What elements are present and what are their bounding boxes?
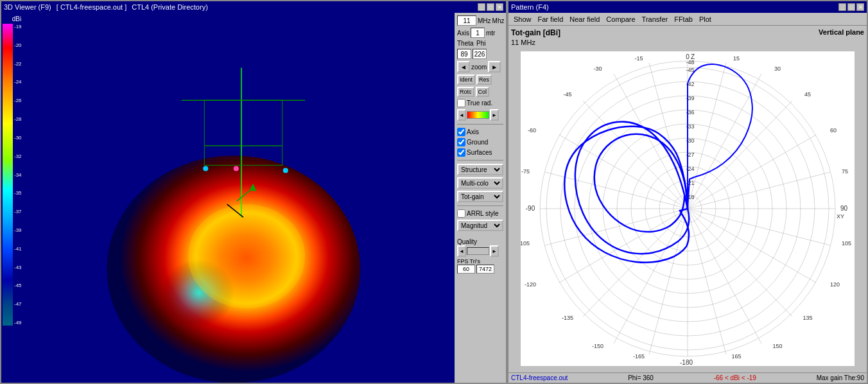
svg-text:Z: Z	[691, 53, 695, 60]
view-3d[interactable]	[32, 13, 455, 383]
svg-text:150: 150	[772, 343, 782, 349]
svg-text:105: 105	[842, 240, 851, 247]
pattern-menubar: Show Far field Near field Compare Transf…	[508, 13, 867, 26]
pattern-minimize-button[interactable]: _	[838, 3, 846, 11]
theta-phi-labels: Theta Phi	[457, 40, 503, 47]
divider-3	[457, 205, 503, 206]
svg-text:-105: -105	[521, 240, 530, 247]
svg-text:165: 165	[731, 353, 741, 360]
svg-point-13	[283, 168, 288, 173]
ground-check-row: Ground	[457, 138, 503, 146]
quality-left-button[interactable]: ◄	[457, 245, 466, 257]
menu-plot[interactable]: Plot	[697, 14, 714, 24]
menu-transfer[interactable]: Transfer	[639, 14, 671, 24]
freq-input[interactable]	[457, 15, 476, 26]
maximize-button[interactable]: □	[487, 3, 494, 11]
true-rad-checkbox[interactable]	[457, 99, 465, 107]
zoom-left-button[interactable]: ◄	[457, 61, 470, 73]
arrl-checkbox[interactable]	[457, 209, 465, 218]
fps-label: FPS	[457, 258, 469, 265]
svg-point-12	[234, 166, 239, 171]
footer-phi: Phi= 360	[628, 374, 654, 381]
color-right-button[interactable]: ►	[490, 109, 499, 121]
ground-checkbox[interactable]	[457, 138, 465, 146]
menu-fftab[interactable]: FFtab	[672, 14, 695, 24]
color-scale: dBi -19 -20 -22 -24 -26 -28 -30 -32 -34 …	[1, 13, 32, 383]
gain-label: Tot-gain [dBi]	[511, 28, 560, 37]
axis-check-row: Axis	[457, 128, 503, 136]
svg-text:-30: -30	[593, 65, 602, 72]
svg-text:120: 120	[830, 281, 840, 288]
structure-dropdown[interactable]: Structure	[457, 164, 503, 175]
col-button[interactable]: Col	[476, 87, 490, 97]
pattern-title: Pattern (F4)	[511, 3, 549, 11]
arrl-row: ARRL style	[457, 209, 503, 218]
zoom-row: ◄ zoom ►	[457, 61, 503, 73]
surfaces-label: Surfaces	[467, 149, 492, 156]
arrl-label: ARRL style	[467, 210, 499, 217]
color-left-button[interactable]: ◄	[457, 109, 466, 121]
pattern-close-button[interactable]: ✕	[856, 3, 864, 11]
pattern-maximize-button[interactable]: □	[847, 3, 855, 11]
quality-right-button[interactable]: ►	[490, 245, 499, 257]
divider-2	[457, 160, 503, 161]
minimize-button[interactable]: _	[478, 3, 485, 11]
phi-input[interactable]	[473, 49, 487, 59]
svg-text:15: 15	[733, 55, 740, 62]
surfaces-checkbox[interactable]	[457, 148, 465, 157]
pattern-content: Tot-gain [dBi] Vertical plane 11 MHz	[508, 26, 867, 372]
rotc-col-row: Rotc Col	[457, 87, 503, 97]
color-slider[interactable]	[467, 111, 489, 119]
menu-nearfield[interactable]: Near field	[567, 14, 602, 24]
axis-check-label: Axis	[467, 128, 479, 135]
multicolo-dropdown[interactable]: Multi-colo	[457, 177, 503, 189]
svg-text:90: 90	[840, 205, 848, 212]
polar-plot: -18 -21 -24 -27 -30 -33 -36 -39 -42 -45 …	[521, 51, 855, 366]
svg-point-3	[188, 204, 305, 308]
theta-label: Theta	[457, 40, 475, 47]
svg-text:0: 0	[686, 53, 690, 60]
svg-text:-165: -165	[633, 353, 645, 360]
close-button[interactable]: ✕	[496, 3, 503, 11]
magnitud-dropdown[interactable]: Magnitud	[457, 220, 503, 231]
svg-text:-45: -45	[563, 91, 571, 98]
quality-slider[interactable]	[467, 247, 489, 255]
ident-button[interactable]: Ident	[457, 74, 475, 85]
svg-text:-120: -120	[525, 281, 536, 288]
quality-section: Quality ◄ ► FPS Tri's	[457, 238, 503, 274]
axis-label: Axis	[457, 30, 469, 37]
svg-text:-15: -15	[634, 55, 643, 62]
plane-label: Vertical plane	[819, 28, 864, 36]
pattern-titlebar: Pattern (F4) _ □ ✕	[508, 1, 867, 13]
rotc-button[interactable]: Rotc	[457, 87, 474, 97]
svg-text:45: 45	[804, 91, 811, 98]
svg-text:75: 75	[842, 168, 848, 175]
pattern-panel: Pattern (F4) _ □ ✕ Show Far field Near f…	[507, 0, 868, 384]
menu-show[interactable]: Show	[511, 14, 534, 24]
svg-text:-75: -75	[521, 168, 530, 175]
menu-compare[interactable]: Compare	[603, 14, 638, 24]
fps-input[interactable]	[457, 265, 475, 274]
svg-text:-135: -135	[562, 315, 573, 321]
phi-label: Phi	[476, 40, 485, 47]
fps-tris-values	[457, 265, 503, 274]
fps-tris-labels: FPS Tri's	[457, 258, 503, 265]
svg-text:-90: -90	[526, 205, 535, 212]
menu-farfield[interactable]: Far field	[535, 14, 566, 24]
axis-input[interactable]	[471, 28, 485, 38]
theta-input[interactable]	[457, 49, 471, 59]
res-button[interactable]: Res	[476, 74, 492, 85]
ident-res-row: Ident Res	[457, 74, 503, 85]
svg-text:135: 135	[803, 315, 812, 321]
totgain-dropdown[interactable]: Tot-gain	[457, 191, 503, 202]
quality-slider-row: ◄ ►	[457, 245, 503, 257]
axis-row: Axis mtr	[457, 28, 503, 38]
quality-label: Quality	[457, 238, 503, 245]
axis-checkbox[interactable]	[457, 128, 465, 136]
polar-container: -18 -21 -24 -27 -30 -33 -36 -39 -42 -45 …	[511, 48, 864, 370]
axis-unit: mtr	[486, 30, 495, 37]
tris-label: Tri's	[470, 258, 480, 265]
zoom-right-button[interactable]: ►	[488, 61, 501, 73]
tris-input[interactable]	[476, 265, 494, 274]
theta-phi-values	[457, 49, 503, 59]
